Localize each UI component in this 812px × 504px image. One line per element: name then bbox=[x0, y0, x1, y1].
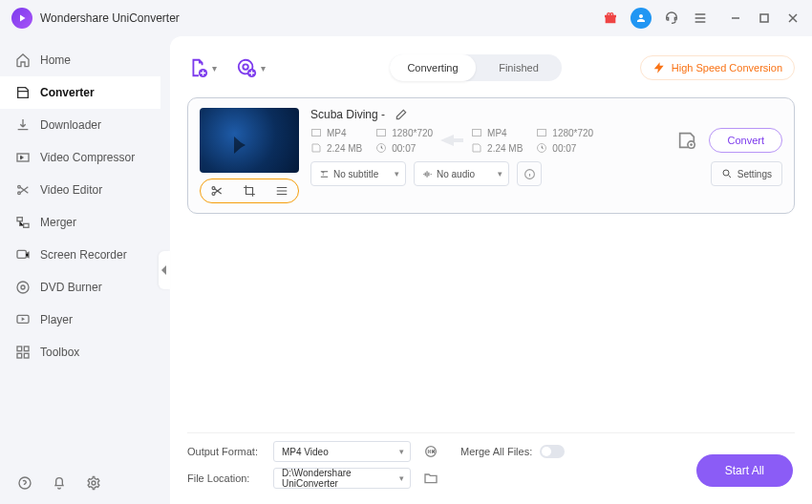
file-title: Scuba Diving - bbox=[310, 108, 385, 121]
bell-icon[interactable] bbox=[52, 475, 69, 493]
clock-icon bbox=[536, 142, 547, 154]
svg-point-8 bbox=[21, 285, 25, 289]
sidebar-item-label: Player bbox=[40, 313, 73, 326]
svg-rect-11 bbox=[24, 346, 29, 351]
file-location-select[interactable]: D:\Wondershare UniConverter bbox=[273, 468, 411, 489]
file-card: Scuba Diving - MP4 1280*720 2.24 MB 00:0… bbox=[187, 97, 795, 214]
thumbnail-tools bbox=[200, 178, 299, 203]
output-settings-button[interactable] bbox=[676, 130, 697, 151]
convert-button[interactable]: Convert bbox=[709, 128, 782, 153]
settings-icon[interactable] bbox=[86, 475, 103, 493]
video-thumbnail[interactable] bbox=[200, 108, 299, 173]
merge-toggle[interactable] bbox=[540, 445, 565, 458]
menu-icon[interactable] bbox=[692, 10, 709, 27]
compress-icon bbox=[15, 150, 31, 165]
subtitle-select[interactable]: T No subtitle bbox=[310, 161, 406, 186]
svg-point-7 bbox=[17, 282, 29, 293]
svg-rect-10 bbox=[17, 346, 22, 351]
open-folder-button[interactable] bbox=[422, 470, 439, 487]
crop-button[interactable] bbox=[242, 183, 257, 199]
sidebar-item-player[interactable]: Player bbox=[0, 304, 160, 336]
size-icon bbox=[310, 142, 322, 154]
edit-title-button[interactable] bbox=[395, 108, 408, 121]
file-add-icon bbox=[187, 57, 208, 78]
sidebar-item-compressor[interactable]: Video Compressor bbox=[0, 141, 160, 174]
sidebar-item-dvd[interactable]: DVD Burner bbox=[0, 271, 160, 304]
svg-point-29 bbox=[691, 143, 694, 146]
sidebar-item-downloader[interactable]: Downloader bbox=[0, 109, 160, 141]
target-add-icon bbox=[236, 57, 257, 78]
output-format-select[interactable]: MP4 Video bbox=[273, 441, 411, 462]
app-title: Wondershare UniConverter bbox=[40, 11, 180, 25]
titlebar: Wondershare UniConverter bbox=[0, 0, 812, 36]
sidebar-item-merger[interactable]: Merger bbox=[0, 206, 160, 239]
svg-rect-26 bbox=[538, 130, 546, 136]
headset-icon[interactable] bbox=[663, 10, 680, 27]
home-icon bbox=[15, 52, 31, 68]
chevron-down-icon: ▾ bbox=[212, 63, 217, 74]
svg-rect-5 bbox=[24, 223, 29, 227]
format-icon bbox=[310, 127, 322, 138]
hdr-button[interactable] bbox=[422, 443, 439, 460]
svg-rect-0 bbox=[760, 14, 768, 22]
info-button[interactable] bbox=[517, 161, 542, 186]
resolution-icon bbox=[536, 127, 547, 138]
sidebar-item-label: Home bbox=[40, 53, 71, 67]
sidebar-item-converter[interactable]: Converter bbox=[0, 76, 160, 109]
add-file-button[interactable]: ▾ bbox=[187, 57, 217, 78]
record-icon bbox=[15, 247, 31, 262]
sidebar-item-label: Merger bbox=[40, 216, 76, 229]
gift-icon[interactable] bbox=[602, 10, 619, 27]
resolution-icon bbox=[375, 127, 387, 138]
sidebar-item-toolbox[interactable]: Toolbox bbox=[0, 336, 160, 368]
sidebar-item-editor[interactable]: Video Editor bbox=[0, 174, 160, 206]
svg-text:T: T bbox=[322, 171, 325, 176]
sidebar-collapse-button[interactable] bbox=[160, 36, 170, 504]
svg-rect-13 bbox=[24, 353, 29, 358]
magnify-icon bbox=[721, 168, 733, 179]
output-format-label: Output Format: bbox=[187, 446, 262, 457]
svg-rect-6 bbox=[17, 250, 26, 258]
audio-select[interactable]: No audio bbox=[414, 161, 509, 186]
subtitle-icon: T bbox=[319, 169, 330, 179]
tab-finished[interactable]: Finished bbox=[476, 54, 562, 81]
sidebar-item-label: Screen Recorder bbox=[40, 248, 127, 262]
sidebar-item-label: Toolbox bbox=[40, 346, 79, 359]
lightning-icon bbox=[652, 61, 666, 74]
maximize-button[interactable] bbox=[757, 10, 772, 26]
help-icon[interactable] bbox=[17, 475, 34, 493]
svg-point-2 bbox=[18, 185, 21, 188]
file-settings-button[interactable]: Settings bbox=[711, 161, 782, 186]
grid-icon bbox=[15, 345, 31, 360]
merge-label: Merge All Files: bbox=[460, 446, 532, 457]
svg-rect-12 bbox=[17, 353, 22, 358]
add-folder-button[interactable]: ▾ bbox=[236, 57, 266, 78]
user-avatar[interactable] bbox=[630, 8, 652, 29]
app-logo bbox=[11, 8, 32, 29]
start-all-button[interactable]: Start All bbox=[696, 454, 793, 487]
trim-button[interactable] bbox=[209, 183, 224, 199]
converter-icon bbox=[15, 85, 31, 100]
chevron-left-icon bbox=[160, 265, 168, 275]
svg-point-18 bbox=[243, 64, 248, 70]
arrow-icon bbox=[433, 133, 471, 148]
main-panel: ▾ ▾ Converting Finished High Speed Conve… bbox=[170, 36, 812, 504]
disc-icon bbox=[15, 280, 31, 295]
sidebar-item-home[interactable]: Home bbox=[0, 44, 160, 76]
download-icon bbox=[15, 117, 31, 133]
sidebar-item-recorder[interactable]: Screen Recorder bbox=[0, 239, 160, 271]
sidebar-item-label: Converter bbox=[40, 86, 95, 99]
merge-icon bbox=[15, 215, 31, 230]
close-button[interactable] bbox=[785, 10, 801, 26]
source-specs: MP4 1280*720 2.24 MB 00:07 bbox=[310, 127, 433, 154]
file-location-label: File Location: bbox=[187, 472, 262, 484]
high-speed-button[interactable]: High Speed Conversion bbox=[640, 55, 795, 80]
svg-point-32 bbox=[723, 170, 729, 176]
svg-point-15 bbox=[92, 481, 96, 485]
sidebar: Home Converter Downloader Video Compress… bbox=[0, 36, 160, 504]
effects-button[interactable] bbox=[274, 183, 289, 199]
clock-icon bbox=[375, 142, 387, 154]
svg-rect-23 bbox=[377, 130, 386, 136]
tab-converting[interactable]: Converting bbox=[390, 54, 476, 81]
minimize-button[interactable] bbox=[728, 10, 743, 26]
